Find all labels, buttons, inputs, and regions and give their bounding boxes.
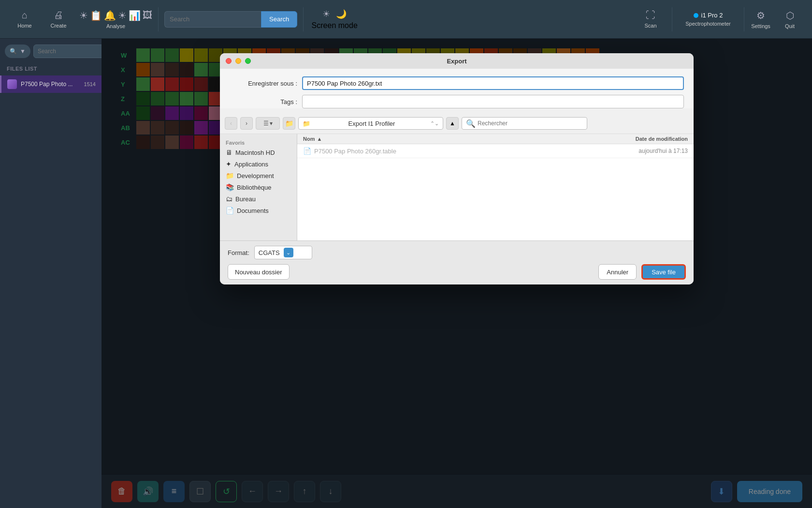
sidebar-search-pill[interactable]: 🔍 ▼ [5, 45, 30, 58]
sidebar-link-documents[interactable]: 📄Documents [220, 205, 297, 216]
col-name-header: Nom ▲ [303, 136, 601, 142]
traffic-light-close[interactable] [226, 58, 232, 64]
screen-moon-icon: 🌙 [336, 9, 347, 19]
sidebar-search-row: 🔍 ▼ [0, 39, 102, 64]
file-list-pane: Nom ▲ Date de modification 📄 P7500 Pap P… [297, 134, 694, 240]
file-icon [7, 79, 17, 89]
action-buttons: Annuler Save file [598, 264, 686, 280]
nav-back-button[interactable]: ‹ [225, 117, 237, 130]
tags-input[interactable] [302, 95, 684, 108]
sidebar-link-label: Bureau [235, 195, 256, 203]
content-area: W✓X✓Y✓Z✓AA✓AB✓AC✓ 🗑 🔊 ≡ ☐ ↺ ← → ↑ ↓ ⬇ Re… [102, 39, 812, 508]
sidebar-link-label: Applications [234, 161, 268, 168]
sort-icon: ▲ [317, 136, 322, 142]
path-expand-button[interactable]: ▲ [446, 117, 459, 130]
path-folder-icon: 📁 [303, 120, 310, 127]
toolbar-right: ⛶ Scan i1 Pro 2 Spectrophotometer ⚙ Sett… [631, 0, 804, 39]
settings-quit-group: ⚙ Settings ⬡ Quit [746, 0, 804, 39]
sidebar-link-label: Documents [237, 207, 269, 214]
filename-input[interactable] [302, 76, 684, 90]
traffic-light-maximize[interactable] [245, 58, 251, 64]
export-modal: Export Enregistrer sous : Tags : ‹ [220, 53, 694, 284]
settings-label: Settings [751, 23, 770, 29]
search-icon: 🔍 [10, 48, 17, 55]
modal-body: Enregistrer sous : Tags : [220, 69, 694, 108]
divider4 [744, 7, 744, 31]
save-file-button[interactable]: Save file [641, 264, 686, 280]
analyse-icon2: 📋 [90, 10, 102, 21]
format-value: CGATS [259, 249, 280, 256]
sidebar-link-bibliothèque[interactable]: 📚Bibliothèque [220, 181, 297, 193]
sidebar-link-icon: 📚 [226, 183, 234, 191]
file-list-row[interactable]: 📄 P7500 Pap Photo 260gr.table aujourd'hu… [297, 144, 694, 158]
search-button[interactable]: Search [261, 11, 297, 28]
sidebar-link-label: Macintosh HD [235, 149, 275, 156]
new-folder-nav-button[interactable]: 📁 [283, 117, 295, 130]
file-search-icon: 🔍 [466, 119, 476, 128]
quit-label: Quit [785, 23, 795, 29]
view-toggle-button[interactable]: ☰ ▾ [256, 117, 280, 130]
format-label: Format: [228, 249, 249, 256]
browser-sidebar: Favoris 🖥Macintosh HD✦Applications📁Devel… [220, 134, 297, 240]
file-entry-date: aujourd'hui à 17:13 [601, 148, 688, 154]
path-dropdown[interactable]: 📁 Export I1 Profiler ⌃⌄ [298, 117, 443, 130]
modal-action-row: Nouveau dossier Annuler Save file [228, 264, 686, 280]
spectro-label: Spectrophotometer [685, 21, 731, 27]
divider1 [158, 7, 159, 31]
file-search-input[interactable] [478, 120, 583, 127]
spectro-status-dot [694, 13, 698, 18]
analyse-icon3: 🔔 [104, 10, 116, 21]
settings-icon: ⚙ [756, 10, 765, 21]
tags-row: Tags : [230, 95, 684, 108]
pill-label: ▼ [20, 48, 26, 55]
file-browser: Favoris 🖥Macintosh HD✦Applications📁Devel… [220, 134, 694, 240]
sidebar-link-label: Bibliothèque [237, 184, 272, 191]
search-input[interactable] [164, 11, 261, 28]
format-select[interactable]: CGATS ⌄ [254, 246, 312, 259]
create-button[interactable]: 🖨 Create [42, 0, 75, 39]
home-button[interactable]: ⌂ Home [8, 0, 42, 39]
nouveau-dossier-button[interactable]: Nouveau dossier [228, 264, 290, 280]
traffic-light-minimize[interactable] [235, 58, 241, 64]
sidebar: 🔍 ▼ FILES LIST P7500 Pap Photo ... 1514 [0, 39, 102, 508]
path-chevron-icon: ⌃⌄ [430, 120, 439, 127]
annuler-button[interactable]: Annuler [598, 264, 637, 280]
filename-label: Enregistrer sous : [230, 80, 297, 87]
main-toolbar: ⌂ Home 🖨 Create ☀ 📋 🔔 ☀ 📊 🖼 Analyse Sear… [0, 0, 812, 39]
analyse-icon4: ☀ [118, 10, 127, 21]
sidebar-link-icon: 📄 [226, 207, 234, 214]
quit-button[interactable]: ⬡ Quit [775, 0, 804, 39]
analyse-icon6: 🖼 [143, 10, 152, 21]
favorites-label: Favoris [220, 138, 297, 147]
modal-title: Export [447, 58, 466, 65]
sidebar-link-macintosh-hd[interactable]: 🖥Macintosh HD [220, 147, 297, 158]
search-group: Search [164, 11, 297, 28]
scan-button[interactable]: ⛶ Scan [631, 0, 670, 39]
create-label: Create [50, 23, 66, 29]
analyse-icon5: 📊 [129, 10, 141, 21]
settings-button[interactable]: ⚙ Settings [746, 0, 775, 39]
file-list-header: Nom ▲ Date de modification [297, 134, 694, 144]
sidebar-file-item[interactable]: P7500 Pap Photo ... 1514 [0, 75, 102, 93]
file-search-field[interactable]: 🔍 [462, 117, 587, 130]
analyse-icon1: ☀ [79, 10, 88, 21]
home-icon: ⌂ [22, 10, 28, 21]
path-label: Export I1 Profiler [348, 120, 395, 127]
spectro-group: i1 Pro 2 Spectrophotometer [674, 0, 742, 39]
sidebar-link-label: Development [237, 172, 274, 179]
file-name: P7500 Pap Photo ... [21, 81, 80, 88]
sidebar-link-icon: ✦ [226, 160, 232, 168]
file-navigator: ‹ › ☰ ▾ 📁 📁 Export I1 Profiler ⌃⌄ ▲ 🔍 [220, 113, 694, 134]
nav-forward-button[interactable]: › [240, 117, 253, 130]
analyse-label: Analyse [106, 23, 125, 29]
analyse-button[interactable]: ☀ 📋 🔔 ☀ 📊 🖼 Analyse [75, 0, 156, 39]
sidebar-link-development[interactable]: 📁Development [220, 170, 297, 181]
spectro-name: i1 Pro 2 [701, 12, 723, 19]
sidebar-link-applications[interactable]: ✦Applications [220, 158, 297, 170]
home-label: Home [17, 23, 31, 29]
sidebar-link-bureau[interactable]: 🗂Bureau [220, 193, 297, 205]
format-dropdown-arrow: ⌄ [284, 248, 293, 257]
divider3 [672, 7, 672, 31]
col-date-header: Date de modification [601, 136, 688, 142]
screen-mode-label: Screen mode [312, 21, 358, 30]
